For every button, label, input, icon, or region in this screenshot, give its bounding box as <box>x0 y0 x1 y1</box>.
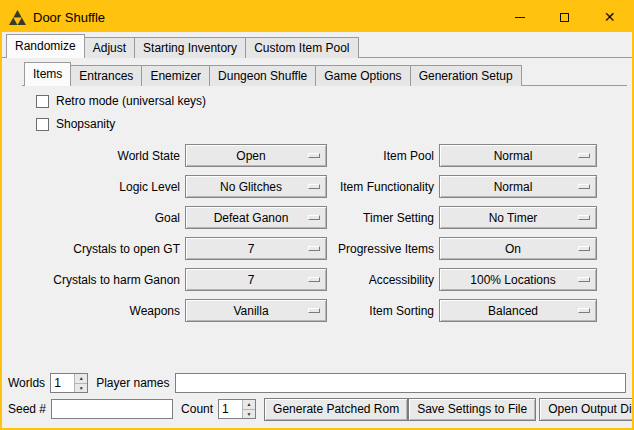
crystals-ganon-label: Crystals to harm Ganon <box>22 273 180 287</box>
shopsanity-checkbox[interactable] <box>36 118 49 131</box>
crystals-gt-value: 7 <box>248 242 265 256</box>
tab-generation-setup[interactable]: Generation Setup <box>410 65 522 86</box>
timer-setting-label: Timer Setting <box>327 211 434 225</box>
logic-level-value: No Glitches <box>220 180 292 194</box>
setting-row: Goal Defeat Ganon Timer Setting No Timer <box>22 202 627 233</box>
maximize-icon <box>560 13 569 22</box>
spinner-buttons: ▲ ▼ <box>242 400 255 418</box>
save-settings-button[interactable]: Save Settings to File <box>408 398 536 421</box>
accessibility-value: 100% Locations <box>470 273 565 287</box>
dropdown-indicator-icon <box>578 277 590 282</box>
item-sorting-value: Balanced <box>488 304 548 318</box>
player-names-input[interactable] <box>175 373 627 393</box>
close-button[interactable]: ✕ <box>587 2 632 32</box>
retro-mode-label: Retro mode (universal keys) <box>56 94 206 108</box>
randomize-pane: Items Entrances Enemizer Dungeon Shuffle… <box>22 62 627 370</box>
minimize-icon <box>515 17 525 18</box>
dropdown-indicator-icon <box>308 277 320 282</box>
window-title: Door Shuffle <box>33 10 105 25</box>
timer-setting-value: No Timer <box>489 211 548 225</box>
crystals-ganon-dropdown[interactable]: 7 <box>185 268 327 291</box>
items-pane: Retro mode (universal keys) Shopsanity W… <box>22 86 627 326</box>
spin-up-icon[interactable]: ▲ <box>75 374 87 384</box>
count-label: Count <box>181 402 213 416</box>
outer-tab-bar: Randomize Adjust Starting Inventory Cust… <box>2 34 632 58</box>
accessibility-dropdown[interactable]: 100% Locations <box>439 268 597 291</box>
setting-row: World State Open Item Pool Normal <box>22 140 627 171</box>
goal-label: Goal <box>22 211 180 225</box>
spin-up-icon[interactable]: ▲ <box>243 400 255 410</box>
shopsanity-option[interactable]: Shopsanity <box>36 117 627 131</box>
dropdown-indicator-icon <box>308 153 320 158</box>
dropdown-indicator-icon <box>578 246 590 251</box>
seed-input[interactable] <box>51 399 173 419</box>
tab-game-options[interactable]: Game Options <box>315 65 410 86</box>
world-state-dropdown[interactable]: Open <box>185 144 327 167</box>
world-state-label: World State <box>22 149 180 163</box>
logic-level-dropdown[interactable]: No Glitches <box>185 175 327 198</box>
spin-down-icon[interactable]: ▼ <box>75 384 87 393</box>
logic-level-label: Logic Level <box>22 180 180 194</box>
dropdown-indicator-icon <box>308 184 320 189</box>
item-sorting-label: Item Sorting <box>327 304 434 318</box>
setting-row: Logic Level No Glitches Item Functionali… <box>22 171 627 202</box>
goal-dropdown[interactable]: Defeat Ganon <box>185 206 327 229</box>
goal-value: Defeat Ganon <box>214 211 299 225</box>
window: Door Shuffle ✕ Randomize Adjust Starting… <box>0 0 634 430</box>
tab-enemizer[interactable]: Enemizer <box>141 65 210 86</box>
crystals-gt-label: Crystals to open GT <box>22 242 180 256</box>
spin-down-icon[interactable]: ▼ <box>243 410 255 419</box>
item-functionality-value: Normal <box>494 180 543 194</box>
titlebar[interactable]: Door Shuffle ✕ <box>2 2 632 32</box>
dropdown-indicator-icon <box>578 184 590 189</box>
count-spinner[interactable]: ▲ ▼ <box>218 399 256 419</box>
item-sorting-dropdown[interactable]: Balanced <box>439 299 597 322</box>
item-functionality-dropdown[interactable]: Normal <box>439 175 597 198</box>
tab-entrances[interactable]: Entrances <box>70 65 142 86</box>
tab-starting-inventory[interactable]: Starting Inventory <box>134 37 246 58</box>
client-area: Randomize Adjust Starting Inventory Cust… <box>2 32 632 428</box>
weapons-label: Weapons <box>22 304 180 318</box>
count-input[interactable] <box>219 400 242 418</box>
generate-row: Seed # Count ▲ ▼ Generate Patched Rom Sa… <box>2 396 632 428</box>
crystals-gt-dropdown[interactable]: 7 <box>185 237 327 260</box>
multiworld-row: Worlds ▲ ▼ Player names <box>2 370 632 396</box>
tab-dungeon-shuffle[interactable]: Dungeon Shuffle <box>209 65 316 86</box>
inner-tab-bar: Items Entrances Enemizer Dungeon Shuffle… <box>22 62 627 86</box>
retro-mode-checkbox[interactable] <box>36 95 49 108</box>
open-output-directory-button[interactable]: Open Output Directory <box>539 398 632 421</box>
shopsanity-label: Shopsanity <box>56 117 115 131</box>
progressive-items-dropdown[interactable]: On <box>439 237 597 260</box>
setting-row: Crystals to open GT 7 Progressive Items … <box>22 233 627 264</box>
seed-label: Seed # <box>8 402 46 416</box>
dropdown-indicator-icon <box>308 246 320 251</box>
weapons-dropdown[interactable]: Vanilla <box>185 299 327 322</box>
close-icon: ✕ <box>604 9 616 25</box>
worlds-input[interactable] <box>51 374 74 392</box>
app-icon <box>9 9 26 26</box>
maximize-button[interactable] <box>542 2 587 32</box>
timer-setting-dropdown[interactable]: No Timer <box>439 206 597 229</box>
setting-row: Crystals to harm Ganon 7 Accessibility 1… <box>22 264 627 295</box>
retro-mode-option[interactable]: Retro mode (universal keys) <box>36 94 627 108</box>
dropdown-indicator-icon <box>308 308 320 313</box>
tab-items[interactable]: Items <box>24 62 71 86</box>
world-state-value: Open <box>236 149 275 163</box>
tab-adjust[interactable]: Adjust <box>84 37 135 58</box>
tab-randomize[interactable]: Randomize <box>6 34 85 58</box>
minimize-button[interactable] <box>497 2 542 32</box>
dropdown-indicator-icon <box>308 215 320 220</box>
item-pool-dropdown[interactable]: Normal <box>439 144 597 167</box>
item-pool-value: Normal <box>494 149 543 163</box>
setting-row: Weapons Vanilla Item Sorting Balanced <box>22 295 627 326</box>
item-pool-label: Item Pool <box>327 149 434 163</box>
accessibility-label: Accessibility <box>327 273 434 287</box>
tab-custom-item-pool[interactable]: Custom Item Pool <box>245 37 358 58</box>
settings-grid: World State Open Item Pool Normal Logic … <box>22 140 627 326</box>
weapons-value: Vanilla <box>233 304 278 318</box>
player-names-label: Player names <box>96 376 169 390</box>
worlds-spinner[interactable]: ▲ ▼ <box>50 373 88 393</box>
generate-patched-rom-button[interactable]: Generate Patched Rom <box>264 398 408 421</box>
crystals-ganon-value: 7 <box>248 273 265 287</box>
dropdown-indicator-icon <box>578 215 590 220</box>
